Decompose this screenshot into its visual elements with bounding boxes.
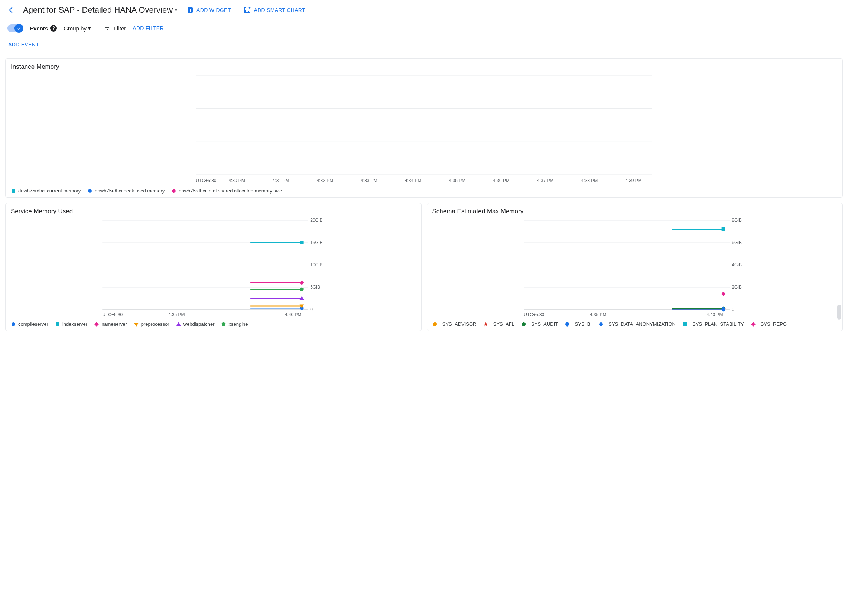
panel-service-memory: Service Memory Used 05GiB10GiB15GiB20GiB… xyxy=(5,203,422,331)
svg-text:4:39 PM: 4:39 PM xyxy=(625,178,642,183)
legend-item[interactable]: _SYS_BI xyxy=(565,321,592,327)
legend-item[interactable]: dnwh75rdbci current memory xyxy=(11,188,81,194)
legend-item[interactable]: dnwh75rdbci peak used memory xyxy=(87,188,165,194)
legend-item[interactable]: indexserver xyxy=(55,321,87,327)
legend-service-memory: compileserverindexservernameserverprepro… xyxy=(11,318,416,327)
add-filter-button[interactable]: ADD FILTER xyxy=(133,25,164,31)
legend-label: webdispatcher xyxy=(184,321,215,327)
svg-text:UTC+5:30: UTC+5:30 xyxy=(524,312,544,317)
legend-item[interactable]: _SYS_PLAN_STABILITY xyxy=(682,321,744,327)
legend-label: _SYS_REPO xyxy=(758,321,787,327)
legend-label: indexserver xyxy=(62,321,87,327)
events-label: Events ? xyxy=(30,25,57,31)
legend-item[interactable]: dnwh75rdbci total shared allocated memor… xyxy=(171,188,282,194)
page-title-text: Agent for SAP - Detailed HANA Overview xyxy=(23,5,173,15)
legend-label: compileserver xyxy=(18,321,48,327)
legend-item[interactable]: _SYS_REPO xyxy=(751,321,787,327)
back-arrow-icon[interactable] xyxy=(7,6,16,15)
legend-item[interactable]: _SYS_DATA_ANONYMIZATION xyxy=(598,321,676,327)
legend-item[interactable]: webdispatcher xyxy=(176,321,215,327)
legend-instance-memory: dnwh75rdbci current memorydnwh75rdbci pe… xyxy=(11,185,837,194)
legend-label: _SYS_DATA_ANONYMIZATION xyxy=(606,321,676,327)
legend-label: _SYS_AUDIT xyxy=(529,321,558,327)
svg-text:4:35 PM: 4:35 PM xyxy=(449,178,466,183)
svg-text:4:31 PM: 4:31 PM xyxy=(273,178,289,183)
add-event-button[interactable]: ADD EVENT xyxy=(0,36,848,53)
legend-label: _SYS_ADVISOR xyxy=(440,321,477,327)
filter-bar: Events ? Group by ▾ Filter ADD FILTER xyxy=(0,21,848,36)
toggle-knob xyxy=(15,24,24,33)
legend-item[interactable]: _SYS_AFL xyxy=(483,321,514,327)
group-by-label: Group by xyxy=(64,25,86,31)
svg-text:4:33 PM: 4:33 PM xyxy=(361,178,377,183)
legend-marker-icon xyxy=(682,322,688,327)
panel-title: Service Memory Used xyxy=(11,208,416,215)
legend-label: _SYS_BI xyxy=(572,321,592,327)
legend-marker-icon xyxy=(221,322,226,327)
svg-text:0: 0 xyxy=(310,307,313,312)
legend-item[interactable]: _SYS_ADVISOR xyxy=(432,321,477,327)
svg-text:20GiB: 20GiB xyxy=(310,218,322,223)
legend-marker-icon xyxy=(565,322,570,327)
legend-marker-icon xyxy=(483,322,488,327)
legend-schema-max: _SYS_ADVISOR_SYS_AFL_SYS_AUDIT_SYS_BI_SY… xyxy=(432,318,838,327)
filter-label: Filter xyxy=(114,25,126,31)
legend-label: xsengine xyxy=(228,321,248,327)
legend-item[interactable]: _SYS_AUDIT xyxy=(521,321,558,327)
legend-marker-icon xyxy=(171,189,176,194)
legend-marker-icon xyxy=(11,322,16,327)
legend-label: dnwh75rdbci current memory xyxy=(18,188,81,194)
chart-service-memory[interactable]: 05GiB10GiB15GiB20GiB4:35 PM4:40 PMUTC+5:… xyxy=(11,218,416,318)
svg-text:4:40 PM: 4:40 PM xyxy=(285,312,302,317)
add-smart-chart-label: ADD SMART CHART xyxy=(254,7,305,13)
legend-marker-icon xyxy=(521,322,526,327)
chart-schema-max[interactable]: 02GiB4GiB6GiB8GiB4:35 PM4:40 PMUTC+5:30 xyxy=(432,218,838,318)
svg-text:4:36 PM: 4:36 PM xyxy=(493,178,510,183)
svg-text:4:37 PM: 4:37 PM xyxy=(537,178,554,183)
svg-text:5GiB: 5GiB xyxy=(310,285,320,290)
chevron-down-icon: ▾ xyxy=(88,25,91,31)
legend-label: nameserver xyxy=(101,321,127,327)
title-dropdown-icon[interactable]: ▾ xyxy=(175,7,177,13)
legend-label: dnwh75rdbci total shared allocated memor… xyxy=(179,188,282,194)
legend-item[interactable]: compileserver xyxy=(11,321,48,327)
page-title[interactable]: Agent for SAP - Detailed HANA Overview ▾ xyxy=(23,5,177,15)
legend-label: _SYS_AFL xyxy=(491,321,514,327)
filter-button[interactable]: Filter xyxy=(104,25,126,31)
panel-title: Instance Memory xyxy=(11,63,837,71)
legend-item[interactable]: preprocessor xyxy=(134,321,169,327)
add-widget-icon xyxy=(187,7,194,13)
svg-text:0: 0 xyxy=(732,307,734,312)
panel-instance-memory: Instance Memory 4:30 PM4:31 PM4:32 PM4:3… xyxy=(5,58,843,197)
help-icon[interactable]: ? xyxy=(50,25,57,31)
header-bar: Agent for SAP - Detailed HANA Overview ▾… xyxy=(0,0,848,21)
add-widget-button[interactable]: ADD WIDGET xyxy=(184,4,234,16)
add-smart-chart-icon xyxy=(244,7,251,13)
legend-label: dnwh75rdbci peak used memory xyxy=(95,188,165,194)
panel-schema-max: Schema Estimated Max Memory 02GiB4GiB6Gi… xyxy=(427,203,843,331)
legend-marker-icon xyxy=(11,189,16,194)
events-text: Events xyxy=(30,25,48,31)
svg-text:4GiB: 4GiB xyxy=(732,262,742,267)
legend-item[interactable]: xsengine xyxy=(221,321,248,327)
dashboard-content: Instance Memory 4:30 PM4:31 PM4:32 PM4:3… xyxy=(0,53,848,336)
svg-text:4:35 PM: 4:35 PM xyxy=(590,312,606,317)
panel-scrollbar[interactable] xyxy=(837,305,841,319)
events-toggle[interactable] xyxy=(7,24,23,32)
svg-text:4:30 PM: 4:30 PM xyxy=(228,178,245,183)
legend-item[interactable]: nameserver xyxy=(94,321,127,327)
filter-icon xyxy=(104,25,111,31)
legend-marker-icon xyxy=(176,322,181,327)
svg-text:4:35 PM: 4:35 PM xyxy=(168,312,185,317)
svg-text:6GiB: 6GiB xyxy=(732,240,742,245)
svg-text:4:32 PM: 4:32 PM xyxy=(316,178,333,183)
legend-label: preprocessor xyxy=(141,321,169,327)
svg-text:10GiB: 10GiB xyxy=(310,262,322,267)
add-smart-chart-button[interactable]: ADD SMART CHART xyxy=(241,4,308,16)
legend-marker-icon xyxy=(94,322,99,327)
chart-instance-memory[interactable]: 4:30 PM4:31 PM4:32 PM4:33 PM4:34 PM4:35 … xyxy=(11,74,837,185)
legend-marker-icon xyxy=(432,322,437,327)
svg-text:8GiB: 8GiB xyxy=(732,218,742,223)
group-by-dropdown[interactable]: Group by ▾ xyxy=(64,25,97,31)
legend-marker-icon xyxy=(751,322,756,327)
